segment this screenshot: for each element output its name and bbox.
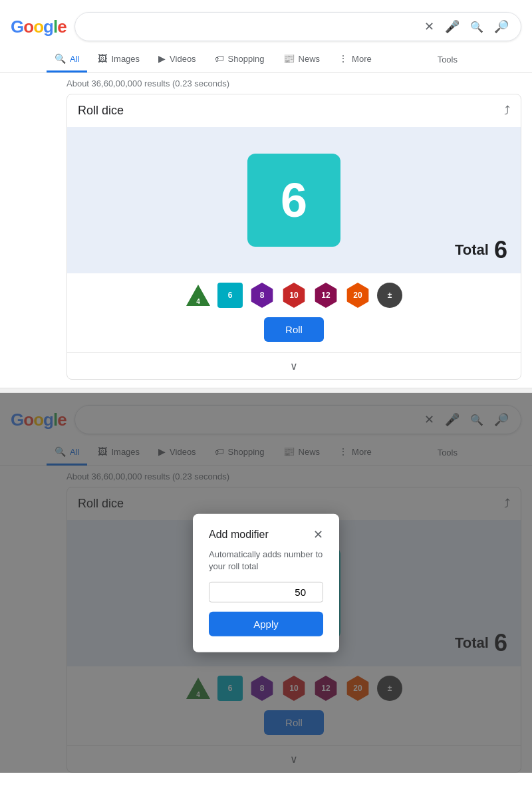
total-display-2: Total 6 <box>455 629 507 657</box>
tab-news-2[interactable]: 📰 News <box>275 440 329 466</box>
die-option-d4-1[interactable]: 4 <box>186 283 211 308</box>
tab-more-2[interactable]: ⋮ More <box>331 440 380 466</box>
dice-options-1: 4 6 8 10 12 20 ± <box>67 273 521 317</box>
tab-news-1[interactable]: 📰 News <box>275 47 329 72</box>
die-option-d20-2[interactable]: 20 <box>345 676 370 701</box>
modal-close-button[interactable]: ✕ <box>313 527 323 541</box>
clear-button-1[interactable]: ✕ <box>423 18 436 35</box>
die-option-d10-1[interactable]: 10 <box>281 283 307 308</box>
section-divider <box>0 388 532 393</box>
card-title-2: Roll dice <box>78 497 124 511</box>
images-icon-1: 🖼 <box>98 53 107 64</box>
die-option-d20-1[interactable]: 20 <box>345 283 370 308</box>
search-input-2[interactable]: roll dice <box>86 414 418 426</box>
card-title-1: Roll dice <box>78 104 124 118</box>
tab-shopping-2[interactable]: 🏷 Shopping <box>207 440 273 466</box>
search-bar-1: roll dice ✕ 🎤 🔍 🔎 <box>74 12 521 41</box>
nav-tabs-1: 🔍 All 🖼 Images ▶ Videos 🏷 Shopping 📰 New… <box>0 47 532 73</box>
more-icon-1: ⋮ <box>338 53 348 64</box>
tab-all-2[interactable]: 🔍 All <box>47 440 87 466</box>
header-row-1: Google roll dice ✕ 🎤 🔍 🔎 <box>0 7 532 47</box>
total-display-1: Total 6 <box>455 236 507 264</box>
add-modifier-modal: Add modifier ✕ Automatically adds number… <box>193 513 339 652</box>
modal-title: Add modifier <box>209 528 269 540</box>
search-button-1[interactable]: 🔎 <box>493 18 510 35</box>
lens-button-2[interactable]: 🔍 <box>469 412 485 428</box>
news-icon-1: 📰 <box>283 53 295 64</box>
modifier-input[interactable] <box>209 582 323 603</box>
section-1: Google roll dice ✕ 🎤 🔍 🔎 🔍 All 🖼 Images … <box>0 0 532 380</box>
results-count-1: About 36,60,00,000 results (0.23 seconds… <box>0 73 532 94</box>
die-option-d4-2[interactable]: 4 <box>186 676 211 701</box>
tab-images-2[interactable]: 🖼 Images <box>90 440 148 466</box>
die-option-d6-1[interactable]: 6 <box>217 283 243 308</box>
videos-icon-2: ▶ <box>158 446 166 457</box>
shopping-icon-1: 🏷 <box>215 53 224 64</box>
roll-button-2[interactable]: Roll <box>264 710 324 735</box>
die-option-d8-1[interactable]: 8 <box>249 283 275 308</box>
nav-tabs-2: 🔍 All 🖼 Images ▶ Videos 🏷 Shopping 📰 New… <box>0 440 532 466</box>
die-option-d12-2[interactable]: 12 <box>313 676 338 701</box>
modal-description: Automatically adds number to your roll t… <box>209 548 323 572</box>
mic-button-1[interactable]: 🎤 <box>444 18 461 35</box>
search-icon-tab-1: 🔍 <box>55 53 66 64</box>
die-option-modifier-1[interactable]: ± <box>377 283 402 308</box>
lens-button-1[interactable]: 🔍 <box>469 19 485 35</box>
dice-face-1: 6 <box>247 154 340 247</box>
news-icon-2: 📰 <box>283 446 295 457</box>
card-header-1: Roll dice ⤴ <box>67 94 521 127</box>
roll-button-1[interactable]: Roll <box>264 317 324 342</box>
clear-button-2[interactable]: ✕ <box>423 411 436 428</box>
modal-header: Add modifier ✕ <box>209 527 323 541</box>
google-logo-1: Google <box>11 17 66 37</box>
tab-images-1[interactable]: 🖼 Images <box>90 47 148 72</box>
shopping-icon-2: 🏷 <box>215 446 224 457</box>
videos-icon-1: ▶ <box>158 53 166 64</box>
tab-videos-1[interactable]: ▶ Videos <box>150 47 204 72</box>
tools-button-1[interactable]: Tools <box>430 48 466 71</box>
google-logo-2: Google <box>11 410 66 430</box>
search-icons-1: ✕ 🎤 🔍 🔎 <box>423 18 510 35</box>
share-icon-2[interactable]: ⤴ <box>504 497 510 511</box>
die-option-d6-2[interactable]: 6 <box>217 676 243 701</box>
search-button-2[interactable]: 🔎 <box>493 411 510 428</box>
mic-button-2[interactable]: 🎤 <box>444 411 461 428</box>
tab-videos-2[interactable]: ▶ Videos <box>150 440 204 466</box>
search-icons-2: ✕ 🎤 🔍 🔎 <box>423 411 510 428</box>
chevron-down-icon-2: ∨ <box>290 753 298 765</box>
card-expand-1[interactable]: ∨ <box>67 352 521 379</box>
tab-shopping-1[interactable]: 🏷 Shopping <box>207 47 273 72</box>
images-icon-2: 🖼 <box>98 446 107 457</box>
search-bar-2: roll dice ✕ 🎤 🔍 🔎 <box>74 405 521 434</box>
dice-area-1: 6 Total 6 <box>67 127 521 273</box>
section-2: Google roll dice ✕ 🎤 🔍 🔎 🔍 All 🖼 Images … <box>0 393 532 773</box>
dice-options-2: 4 6 8 10 12 20 ± <box>67 666 521 710</box>
die-option-d8-2[interactable]: 8 <box>249 676 275 701</box>
die-option-d10-2[interactable]: 10 <box>281 676 307 701</box>
die-option-d12-1[interactable]: 12 <box>313 283 338 308</box>
more-icon-2: ⋮ <box>338 446 348 457</box>
share-icon-1[interactable]: ⤴ <box>504 104 510 118</box>
tab-more-1[interactable]: ⋮ More <box>331 47 380 72</box>
tools-button-2[interactable]: Tools <box>430 441 466 464</box>
results-count-2: About 36,60,00,000 results (0.23 seconds… <box>0 466 532 487</box>
die-option-modifier-2[interactable]: ± <box>377 676 402 701</box>
tab-all-1[interactable]: 🔍 All <box>47 47 87 72</box>
chevron-down-icon-1: ∨ <box>290 360 298 372</box>
header-row-2: Google roll dice ✕ 🎤 🔍 🔎 <box>0 400 532 440</box>
card-expand-2[interactable]: ∨ <box>67 745 521 772</box>
search-input-1[interactable]: roll dice <box>86 21 418 33</box>
search-icon-tab-2: 🔍 <box>55 446 66 457</box>
dice-card-1: Roll dice ⤴ 6 Total 6 4 6 8 10 12 <box>66 94 521 380</box>
modal-apply-button[interactable]: Apply <box>209 612 323 636</box>
